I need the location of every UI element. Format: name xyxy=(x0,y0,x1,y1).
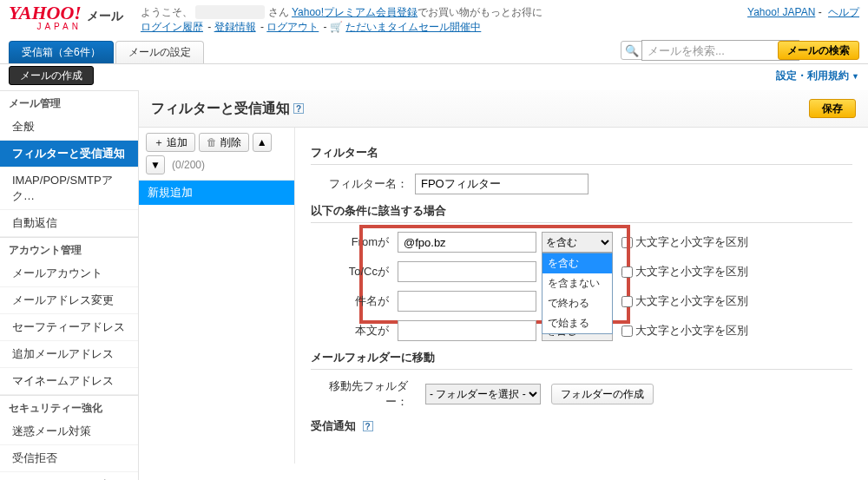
sidebar-group-title: アカウント管理 xyxy=(0,237,138,260)
label-tocc: To/Ccが xyxy=(311,264,398,279)
dropdown-option[interactable]: を含む xyxy=(542,253,612,273)
link-yahoo-japan[interactable]: Yahoo! JAPAN xyxy=(747,6,815,18)
label-subject: 件名が xyxy=(311,293,398,309)
sidebar-item-filters[interactable]: フィルターと受信通知 xyxy=(0,141,138,168)
sidebar-item-safety[interactable]: セーフティーアドレス xyxy=(0,314,138,341)
page-title: フィルターと受信通知 xyxy=(151,100,290,118)
move-up-button[interactable]: ▲ xyxy=(253,133,272,152)
help-icon[interactable]: ? xyxy=(293,103,304,114)
from-input[interactable] xyxy=(398,232,536,253)
subject-input[interactable] xyxy=(398,291,536,312)
folder-select[interactable]: - フォルダーを選択 - xyxy=(425,384,541,404)
sidebar-group-title: セキュリティー強化 xyxy=(0,395,138,418)
filter-count: (0/200) xyxy=(172,159,205,171)
sidebar-item-addrchange[interactable]: メールアドレス変更 xyxy=(0,287,138,314)
link-reg-info[interactable]: 登録情報 xyxy=(214,21,256,33)
create-folder-button[interactable]: フォルダーの作成 xyxy=(551,384,654,404)
page-header: YAHOO! JAPAN メール ようこそ、 さん Yahoo!プレミアム会員登… xyxy=(0,0,868,37)
sidebar-item-autoreply[interactable]: 自動返信 xyxy=(0,210,138,237)
section-notify: 受信通知 ? xyxy=(311,418,852,437)
filter-list-column: ＋ 追加 🗑 削除 ▲ ▼ (0/200) 新規追加 xyxy=(139,128,295,464)
search-icon: 🔍 xyxy=(625,44,639,57)
sidebar-group-title: メール管理 xyxy=(0,90,138,114)
subject-case-checkbox[interactable]: 大文字と小文字を区別 xyxy=(621,293,748,309)
tab-inbox[interactable]: 受信箱（全6件） xyxy=(9,41,114,63)
section-conditions: 以下の条件に該当する場合 xyxy=(311,203,852,223)
label-body: 本文が xyxy=(311,323,398,339)
label-filter-name: フィルター名： xyxy=(311,176,415,192)
sidebar-item-spoof[interactable]: なりすましメール拒否 xyxy=(0,472,138,480)
link-login-history[interactable]: ログイン履歴 xyxy=(141,21,203,33)
sidebar: メール管理 全般 フィルターと受信通知 IMAP/POP/SMTPアク… 自動返… xyxy=(0,90,139,480)
from-match-dropdown: を含む を含まない で終わる で始まる xyxy=(542,253,613,334)
help-icon[interactable]: ? xyxy=(363,421,373,431)
sidebar-item-imap[interactable]: IMAP/POP/SMTPアク… xyxy=(0,168,138,210)
sub-tab-row: メールの作成 設定・利用規約 ▼ xyxy=(0,64,868,90)
move-down-button[interactable]: ▼ xyxy=(146,155,165,174)
premium-link[interactable]: Yahoo!プレミアム会員登録 xyxy=(292,6,418,18)
settings-terms-link[interactable]: 設定・利用規約 ▼ xyxy=(776,69,859,83)
body-case-checkbox[interactable]: 大文字と小文字を区別 xyxy=(621,323,748,339)
sidebar-item-account[interactable]: メールアカウント xyxy=(0,260,138,287)
save-button[interactable]: 保存 xyxy=(809,99,856,118)
body-input[interactable] xyxy=(398,320,536,341)
delete-filter-button[interactable]: 🗑 削除 xyxy=(199,133,248,152)
sidebar-item-general[interactable]: 全般 xyxy=(0,114,138,141)
cond-row-from: Fromが を含む を含む を含まない で終わる で始まる 大文字と xyxy=(311,232,852,253)
section-move: メールフォルダーに移動 xyxy=(311,350,852,370)
filter-toolbar: ＋ 追加 🗑 削除 ▲ ▼ (0/200) xyxy=(139,128,294,181)
tab-mail-settings[interactable]: メールの設定 xyxy=(115,41,204,63)
dropdown-option[interactable]: を含まない xyxy=(542,273,612,293)
link-sale[interactable]: ただいまタイムセール開催中 xyxy=(345,21,481,33)
tocc-input[interactable] xyxy=(398,261,536,282)
search-button[interactable]: メールの検索 xyxy=(778,41,859,60)
tocc-case-checkbox[interactable]: 大文字と小文字を区別 xyxy=(621,264,748,279)
page-head: フィルターと受信通知 ? 保存 xyxy=(139,90,868,128)
add-filter-button[interactable]: ＋ 追加 xyxy=(146,133,195,152)
filter-form: フィルター名 フィルター名： 以下の条件に該当する場合 Fromが を含む xyxy=(295,128,868,464)
dropdown-option[interactable]: で終わる xyxy=(542,293,612,313)
logo[interactable]: YAHOO! JAPAN xyxy=(9,5,82,31)
sidebar-item-addaddr[interactable]: 追加メールアドレス xyxy=(0,341,138,368)
sidebar-item-spam[interactable]: 迷惑メール対策 xyxy=(0,418,138,445)
search-box[interactable]: 🔍 ▼ xyxy=(621,41,773,60)
sidebar-item-block[interactable]: 受信拒否 xyxy=(0,445,138,472)
header-greeting: ようこそ、 さん Yahoo!プレミアム会員登録でお買い物がもっとお得に ログイ… xyxy=(141,5,542,35)
sidebar-item-myname[interactable]: マイネームアドレス xyxy=(0,368,138,395)
filter-name-input[interactable] xyxy=(415,174,589,194)
from-case-checkbox[interactable]: 大文字と小文字を区別 xyxy=(621,234,748,250)
label-from: Fromが xyxy=(311,234,398,250)
brand-title: メール xyxy=(87,9,123,24)
cart-icon: 🛒 xyxy=(330,21,343,33)
tab-row: 受信箱（全6件） メールの設定 🔍 ▼ メールの検索 xyxy=(0,37,868,64)
label-move-folder: 移動先フォルダー： xyxy=(311,378,415,410)
link-logout[interactable]: ログアウト xyxy=(266,21,319,33)
content: フィルターと受信通知 ? 保存 ＋ 追加 🗑 削除 ▲ ▼ (0/200) 新規… xyxy=(139,90,868,480)
compose-button[interactable]: メールの作成 xyxy=(9,66,94,85)
filter-list-item[interactable]: 新規追加 xyxy=(139,181,294,205)
link-help[interactable]: ヘルプ xyxy=(828,6,859,18)
section-filter-name: フィルター名 xyxy=(311,145,852,165)
trash-icon: 🗑 xyxy=(207,136,217,148)
search-input[interactable] xyxy=(641,40,799,61)
main: メール管理 全般 フィルターと受信通知 IMAP/POP/SMTPアク… 自動返… xyxy=(0,90,868,480)
from-match-select[interactable]: を含む xyxy=(542,232,613,253)
chevron-down-icon: ▼ xyxy=(852,72,859,81)
dropdown-option[interactable]: で始まる xyxy=(542,313,612,333)
